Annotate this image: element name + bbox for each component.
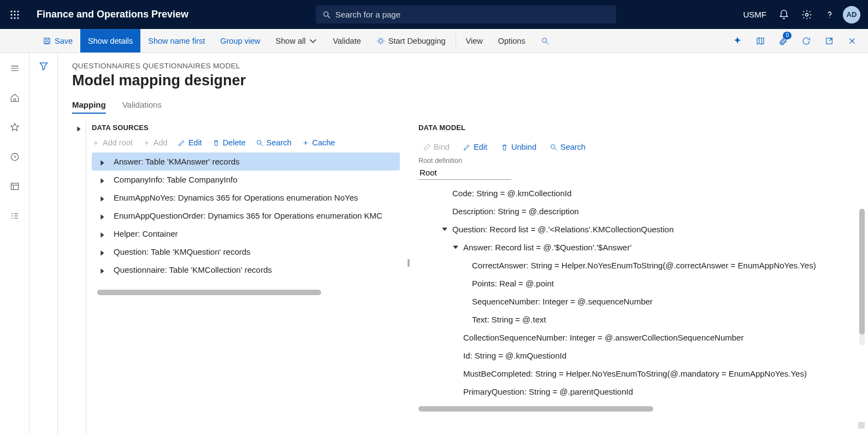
edit-button[interactable]: Edit [178,138,202,147]
dm-edit-button[interactable]: Edit [463,143,487,151]
data-model-row[interactable]: Answer: Record list = @.'$Question'.'$An… [416,238,846,256]
resize-handle-icon[interactable] [858,422,865,429]
root-definition-input[interactable] [418,166,511,180]
recent-icon[interactable] [5,147,25,167]
svg-point-15 [379,39,382,43]
hamburger-icon[interactable] [5,58,25,78]
ai-assist-icon[interactable] [727,31,748,51]
data-model-row[interactable]: Code: String = @.kmCollectionId [416,184,846,202]
chevron-right-icon[interactable] [99,267,106,273]
save-button[interactable]: Save [35,37,80,45]
data-model-row[interactable]: PrimaryQuestion: String = @.parentQuesti… [416,383,846,401]
dm-vertical-scrollbar[interactable] [859,209,865,345]
data-model-row[interactable]: CorrectAnswer: String = Helper.NoYesEnum… [416,256,846,274]
data-model-row[interactable]: MustBeCompleted: String = Helper.NoYesEn… [416,365,846,383]
data-model-row[interactable]: Text: String = @.text [416,310,846,329]
add-root-button[interactable]: Add root [92,138,133,147]
company-label[interactable]: USMF [743,10,767,19]
home-icon[interactable] [5,88,25,108]
show-all-dropdown[interactable]: Show all [268,37,326,45]
chevron-down-icon[interactable] [441,226,448,233]
svg-point-9 [323,11,328,16]
workspaces-icon[interactable] [5,177,25,196]
open-new-icon[interactable] [819,31,840,51]
data-source-row[interactable]: EnumAppNoYes: Dynamics 365 for Operation… [92,189,400,207]
data-source-label: EnumAppNoYes: Dynamics 365 for Operation… [114,193,358,202]
data-model-row[interactable]: Question: Record list = @.'<Relations'.K… [416,220,846,238]
validate-button[interactable]: Validate [325,37,368,45]
data-source-label: Helper: Container [114,229,178,238]
expand-types-icon[interactable] [76,125,82,434]
show-name-first-button[interactable]: Show name first [140,37,212,45]
splitter[interactable]: || [400,121,416,434]
svg-point-23 [551,144,555,149]
app-launcher-icon[interactable] [0,0,29,29]
chevron-right-icon[interactable] [99,249,106,255]
filter-icon[interactable] [38,61,49,434]
start-debugging-button[interactable]: Start Debugging [369,37,453,45]
chevron-right-icon[interactable] [99,213,106,219]
tab-mapping[interactable]: Mapping [72,100,106,114]
data-model-row[interactable]: Points: Real = @.point [416,274,846,292]
dm-horizontal-scrollbar[interactable] [418,406,653,412]
svg-point-7 [14,17,15,19]
favorites-icon[interactable] [5,118,25,137]
data-source-row[interactable]: CompanyInfo: Table CompanyInfo [92,171,400,189]
show-details-button[interactable]: Show details [80,29,140,52]
modules-icon[interactable] [5,206,25,226]
settings-icon[interactable] [797,5,817,25]
svg-point-11 [806,13,808,16]
notifications-icon[interactable] [774,5,794,25]
data-model-label: MustBeCompleted: String = Helper.NoYesEn… [463,369,807,378]
svg-line-17 [546,42,548,44]
data-source-row[interactable]: Answer: Table 'KMAnswer' records [92,153,400,171]
chevron-right-icon[interactable] [99,195,106,201]
svg-point-2 [17,10,19,12]
data-sources-tree: Answer: Table 'KMAnswer' recordsCompanyI… [92,153,400,279]
data-model-label: Points: Real = @.point [472,279,554,288]
data-source-row[interactable]: Questionnaire: Table 'KMCollection' reco… [92,261,400,279]
add-button[interactable]: Add [143,138,168,147]
group-view-button[interactable]: Group view [212,37,268,45]
data-model-row[interactable]: Id: String = @.kmQuestionId [416,347,846,365]
data-source-row[interactable]: Helper: Container [92,225,400,243]
app-title: Finance and Operations Preview [37,9,188,20]
chevron-right-icon[interactable] [99,159,106,165]
global-search-input[interactable] [335,10,610,19]
attachments-icon[interactable]: 0 [773,31,794,51]
unbind-button[interactable]: Unbind [500,143,536,151]
global-search[interactable] [316,5,616,24]
svg-point-21 [257,140,261,144]
data-model-label: Code: String = @.kmCollectionId [452,189,571,198]
chevron-right-icon[interactable] [99,177,106,183]
map-icon[interactable] [750,31,771,51]
bind-button[interactable]: Bind [423,143,450,151]
svg-line-24 [554,148,557,150]
data-source-label: Answer: Table 'KMAnswer' records [114,157,240,166]
data-model-label: CollectionSequenceNumber: Integer = @.an… [463,333,743,342]
actionbar-search-button[interactable] [533,37,557,45]
data-model-row[interactable]: SequenceNumber: Integer = @.sequenceNumb… [416,292,846,310]
help-icon[interactable] [820,5,840,25]
data-model-row[interactable]: CollectionSequenceNumber: Integer = @.an… [416,329,846,347]
close-icon[interactable] [842,31,863,51]
options-menu[interactable]: Options [491,37,533,45]
horizontal-scrollbar[interactable] [97,290,321,295]
search-button[interactable]: Search [256,138,292,147]
data-source-row[interactable]: Question: Table 'KMQuestion' records [92,243,400,261]
data-source-row[interactable]: EnumAppQuestionOrder: Dynamics 365 for O… [92,207,400,225]
user-avatar[interactable]: AD [843,6,860,24]
refresh-icon[interactable] [796,31,817,51]
dm-search-button[interactable]: Search [550,143,586,151]
tab-validations[interactable]: Validations [122,100,162,114]
data-model-label: Answer: Record list = @.'$Question'.'$An… [463,243,631,252]
chevron-down-icon[interactable] [452,244,459,251]
chevron-right-icon[interactable] [99,231,106,237]
data-model-label: CorrectAnswer: String = Helper.NoYesEnum… [472,261,816,270]
data-model-row[interactable]: Description: String = @.description [416,202,846,220]
view-menu[interactable]: View [458,37,491,45]
cache-button[interactable]: Cache [302,138,335,147]
attachments-badge: 0 [783,32,792,39]
delete-button[interactable]: Delete [212,138,246,147]
splitter-grip-icon: || [407,258,409,267]
